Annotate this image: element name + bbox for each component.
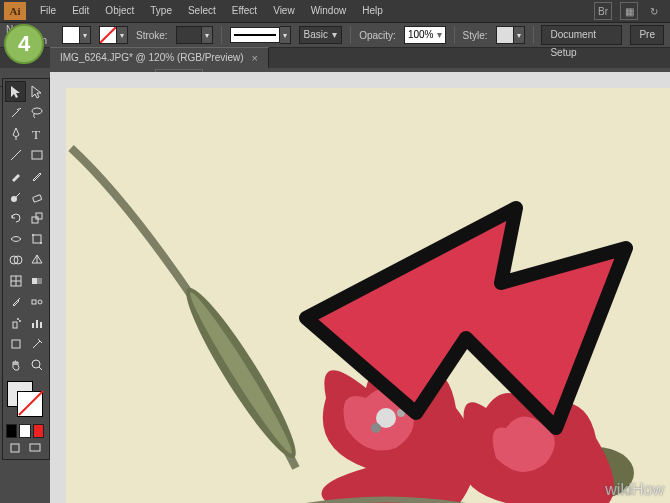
stroke-label: Stroke: <box>136 30 168 41</box>
brush-preview[interactable]: ▾ <box>230 26 291 44</box>
svg-rect-31 <box>36 320 38 328</box>
svg-line-35 <box>39 367 42 370</box>
menu-type[interactable]: Type <box>142 0 180 22</box>
menu-effect[interactable]: Effect <box>224 0 265 22</box>
tool-eraser[interactable] <box>26 186 47 207</box>
color-mode-gradient[interactable] <box>19 424 30 438</box>
svg-point-34 <box>32 360 40 368</box>
document-tab[interactable]: IMG_6264.JPG* @ 120% (RGB/Preview) × <box>50 47 269 68</box>
stroke-swatch[interactable] <box>99 26 117 44</box>
svg-text:T: T <box>32 127 40 141</box>
fill-swatch[interactable] <box>62 26 80 44</box>
tool-blend[interactable] <box>26 291 47 312</box>
stroke-swatch-group[interactable]: ▾ <box>99 26 128 44</box>
tool-pencil[interactable] <box>26 165 47 186</box>
menu-window[interactable]: Window <box>303 0 355 22</box>
menu-object[interactable]: Object <box>97 0 142 22</box>
document-tab-title: IMG_6264.JPG* @ 120% (RGB/Preview) <box>60 48 244 68</box>
svg-line-9 <box>11 150 21 160</box>
ruler-vertical <box>50 88 67 503</box>
color-mode-solid[interactable] <box>6 424 17 438</box>
tool-line[interactable] <box>5 144 26 165</box>
svg-rect-10 <box>32 151 42 159</box>
stroke-profile-dropdown[interactable]: ▾ <box>280 26 291 44</box>
tool-artboard[interactable] <box>5 333 26 354</box>
svg-rect-14 <box>36 213 42 219</box>
screen-mode[interactable] <box>25 438 45 459</box>
svg-rect-36 <box>11 444 19 452</box>
tools-panel: T <box>2 78 50 460</box>
watermark: wikiHow <box>605 481 664 499</box>
svg-point-29 <box>19 320 21 322</box>
tool-shape-builder[interactable] <box>5 249 26 270</box>
sync-icon[interactable]: ↻ <box>646 3 662 19</box>
svg-rect-30 <box>32 323 34 328</box>
tool-zoom[interactable] <box>26 354 47 375</box>
tool-gradient[interactable] <box>26 270 47 291</box>
tool-direct-selection[interactable] <box>26 81 47 102</box>
tool-symbol-sprayer[interactable] <box>5 312 26 333</box>
svg-point-1 <box>184 288 298 458</box>
tool-slice[interactable] <box>26 333 47 354</box>
ruler-horizontal <box>50 72 670 89</box>
canvas[interactable]: wikiHow <box>66 88 670 503</box>
preferences-button[interactable]: Pre <box>630 25 664 45</box>
tool-magic-wand[interactable] <box>5 102 26 123</box>
tool-hand[interactable] <box>5 354 26 375</box>
tool-scale[interactable] <box>26 207 47 228</box>
tool-eyedropper[interactable] <box>5 291 26 312</box>
svg-rect-32 <box>40 322 42 328</box>
tool-blob-brush[interactable] <box>5 186 26 207</box>
document-setup-button[interactable]: Document Setup <box>541 25 622 45</box>
stroke-color-box[interactable] <box>17 391 43 417</box>
fill-stroke-indicator[interactable] <box>5 379 45 419</box>
cursor-arrow-illustration <box>286 188 646 470</box>
style-dropdown[interactable]: ▾ <box>514 26 525 44</box>
screen-mode-row <box>5 439 45 457</box>
fill-swatch-group[interactable]: ▾ <box>62 26 91 44</box>
stroke-weight-input[interactable] <box>176 26 202 44</box>
tab-close-button[interactable]: × <box>252 48 258 68</box>
color-mode-none[interactable] <box>33 424 44 438</box>
menu-select[interactable]: Select <box>180 0 224 22</box>
tool-rectangle[interactable] <box>26 144 47 165</box>
tool-type[interactable]: T <box>26 123 47 144</box>
svg-point-26 <box>38 300 42 304</box>
svg-point-16 <box>32 234 34 236</box>
menu-help[interactable]: Help <box>354 0 391 22</box>
svg-rect-13 <box>32 217 38 223</box>
tool-graph[interactable] <box>26 312 47 333</box>
brush-definition[interactable]: Basic▾ <box>299 26 343 44</box>
tool-paintbrush[interactable] <box>5 165 26 186</box>
tool-selection[interactable] <box>5 81 26 102</box>
style-label: Style: <box>463 30 488 41</box>
svg-rect-37 <box>30 444 40 451</box>
control-bar: No Selection ▾ ▾ Stroke: ▾ ▾ Basic▾ Opac… <box>0 23 670 48</box>
opacity-input[interactable]: 100%▾ <box>404 26 446 44</box>
menu-edit[interactable]: Edit <box>64 0 97 22</box>
tool-width[interactable] <box>5 228 26 249</box>
menu-view[interactable]: View <box>265 0 303 22</box>
bridge-button[interactable]: Br <box>594 2 612 20</box>
tool-pen[interactable] <box>5 123 26 144</box>
tool-rotate[interactable] <box>5 207 26 228</box>
opacity-label: Opacity: <box>359 30 396 41</box>
app-logo: Ai <box>4 2 26 20</box>
tool-free-transform[interactable] <box>26 228 47 249</box>
style-swatch[interactable] <box>496 26 514 44</box>
draw-mode[interactable] <box>5 438 25 459</box>
stroke-profile[interactable] <box>230 27 280 43</box>
stroke-dropdown[interactable]: ▾ <box>117 26 128 44</box>
menu-file[interactable]: File <box>32 0 64 22</box>
tool-mesh[interactable] <box>5 270 26 291</box>
stroke-weight-dropdown[interactable]: ▾ <box>202 26 213 44</box>
svg-point-7 <box>32 108 42 114</box>
tool-lasso[interactable] <box>26 102 47 123</box>
svg-rect-15 <box>33 235 41 243</box>
tool-perspective[interactable] <box>26 249 47 270</box>
fill-dropdown[interactable]: ▾ <box>80 26 91 44</box>
svg-rect-12 <box>32 194 41 201</box>
arrange-button[interactable]: ▦ <box>620 2 638 20</box>
svg-rect-24 <box>32 278 37 284</box>
artboard[interactable]: wikiHow <box>66 88 670 503</box>
